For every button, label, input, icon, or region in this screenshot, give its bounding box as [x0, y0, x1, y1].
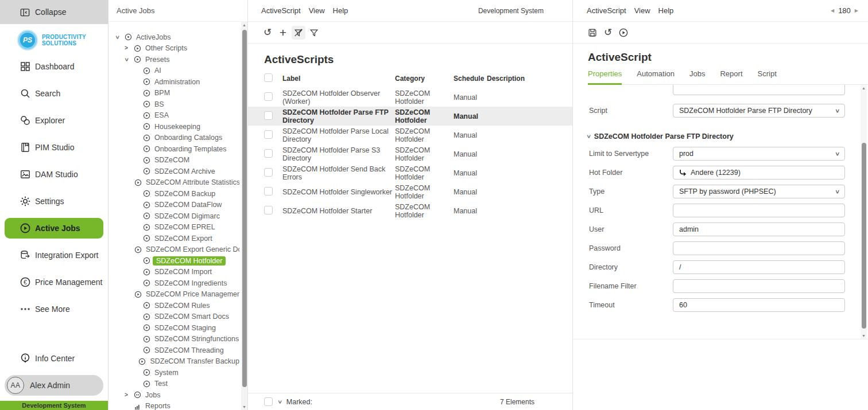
- tree-node-sdzecom-staging[interactable]: SDZeCOM Staging: [108, 322, 239, 334]
- tree-node-administration[interactable]: Administration: [108, 76, 239, 88]
- sidebar-item-dashboard[interactable]: Dashboard: [0, 53, 108, 80]
- tab-jobs[interactable]: Jobs: [689, 69, 705, 84]
- tree-node-presets[interactable]: >Presets: [108, 54, 239, 65]
- row-checkbox[interactable]: [264, 130, 273, 139]
- column-header-label[interactable]: Label: [282, 75, 395, 83]
- sidebar-item-see-more[interactable]: See More: [0, 295, 108, 322]
- menu-help[interactable]: Help: [333, 6, 348, 15]
- pager-next-icon[interactable]: ▶: [855, 8, 858, 13]
- menu-activescript[interactable]: ActiveScript: [587, 6, 626, 15]
- tree-node-sdzecom-attribute-statistics[interactable]: SDZeCOM Attribute Statistics: [108, 177, 239, 189]
- tree-node-other-scripts[interactable]: >Other Scripts: [108, 43, 239, 54]
- sidebar-item-info-center[interactable]: Info Center: [0, 345, 108, 372]
- table-row[interactable]: SDZeCOM Hotfolder Send Back ErrorsSDZeCO…: [248, 163, 572, 182]
- chevron-right-icon[interactable]: >: [125, 392, 128, 398]
- menu-help[interactable]: Help: [658, 6, 674, 15]
- tree-node-test[interactable]: Test: [108, 378, 239, 390]
- tree-node-sdzecom-backup[interactable]: SDZeCOM Backup: [108, 188, 239, 200]
- user-menu[interactable]: AA Alex Admin: [5, 375, 103, 396]
- chevron-down-icon[interactable]: >: [277, 400, 282, 404]
- tree-node-housekeeping[interactable]: Housekeeping: [108, 121, 239, 132]
- tree-node-system[interactable]: System: [108, 367, 239, 378]
- sidebar-item-pim-studio[interactable]: PIM Studio: [0, 134, 108, 161]
- clipped-field[interactable]: [673, 85, 845, 95]
- tree-node-sdzecom-smart-docs[interactable]: SDZeCOM Smart Docs: [108, 311, 239, 323]
- pager-prev-icon[interactable]: ◀: [831, 8, 834, 13]
- type-select[interactable]: SFTP by password (PHPSEC)>: [673, 185, 845, 198]
- tree-node-sdzecom-dataflow[interactable]: SDZeCOM DataFlow: [108, 200, 239, 211]
- row-checkbox[interactable]: [264, 206, 273, 214]
- menu-view[interactable]: View: [309, 6, 325, 15]
- tree-node-sdzecom-eprel[interactable]: SDZeCOM EPREL: [108, 222, 239, 233]
- table-row[interactable]: SDZeCOM Hotfolder StarterSDZeCOM Hotfold…: [248, 201, 572, 220]
- tree-node-sdzecom-stringfunctions[interactable]: SDZeCOM Stringfunctions: [108, 334, 239, 345]
- row-checkbox[interactable]: [264, 92, 273, 101]
- tab-properties[interactable]: Properties: [588, 69, 622, 85]
- tree-node-sdzecom-ingredients[interactable]: SDZeCOM Ingredients: [108, 278, 239, 289]
- hot-folder-field[interactable]: Andere (12239): [673, 166, 845, 179]
- scrollbar-thumb[interactable]: [862, 143, 866, 329]
- row-checkbox[interactable]: [264, 149, 273, 158]
- tab-automation[interactable]: Automation: [637, 69, 675, 84]
- refresh-button[interactable]: ↺: [601, 26, 615, 40]
- password-input[interactable]: [673, 241, 845, 255]
- marked-checkbox[interactable]: [264, 397, 273, 406]
- sidebar-item-price-management[interactable]: €Price Management: [0, 268, 108, 295]
- sidebar-item-explorer[interactable]: Explorer: [0, 107, 108, 134]
- tree-scrollbar[interactable]: ▲ ▼: [241, 22, 247, 410]
- form-scrollbar[interactable]: ▲ ▼: [861, 85, 867, 339]
- column-header-category[interactable]: Category: [395, 75, 454, 83]
- scroll-up-icon[interactable]: ▲: [861, 86, 867, 90]
- user-input[interactable]: admin: [673, 222, 845, 236]
- filter-button[interactable]: [307, 26, 321, 40]
- table-row[interactable]: SDZeCOM Hotfolder Observer (Worker)SDZeC…: [248, 88, 572, 107]
- sidebar-item-settings[interactable]: Settings: [0, 188, 108, 214]
- tree-node-sdzecom-transfer-backup[interactable]: SDZeCOM Transfer Backup: [108, 356, 239, 368]
- run-button[interactable]: [617, 26, 630, 40]
- section-header-sdzecom-hotfolder-parse-ftp-directory[interactable]: >SDZeCOM Hotfolder Parse FTP Directory: [587, 131, 734, 142]
- chevron-right-icon[interactable]: >: [125, 45, 128, 51]
- tree-node-sdzecom[interactable]: SDZeCOM: [108, 155, 239, 166]
- tree-node-onboarding-catalogs[interactable]: Onboarding Catalogs: [108, 132, 239, 144]
- chevron-down-icon[interactable]: >: [114, 36, 120, 39]
- tree-node-sdzecom-digimarc[interactable]: SDZeCOM Digimarc: [108, 210, 239, 222]
- tab-script[interactable]: Script: [758, 69, 777, 84]
- tree-node-ai[interactable]: AI: [108, 65, 239, 77]
- sidebar-item-integration-export[interactable]: Integration Export: [0, 241, 108, 268]
- scroll-up-icon[interactable]: ▲: [241, 23, 247, 27]
- tree-node-sdzecom-hotfolder[interactable]: SDZeCOM Hotfolder: [108, 255, 239, 267]
- tree-node-activejobs[interactable]: >ActiveJobs: [108, 32, 239, 43]
- tree-node-onboarding-templates[interactable]: Onboarding Templates: [108, 143, 239, 155]
- table-row[interactable]: SDZeCOM Hotfolder Parse FTP DirectorySDZ…: [248, 107, 572, 126]
- row-checkbox[interactable]: [264, 168, 273, 177]
- tree-node-sdzecom-import[interactable]: SDZeCOM Import: [108, 267, 239, 278]
- tree-node-sdzecom-threading[interactable]: SDZeCOM Threading: [108, 345, 239, 356]
- scrollbar-thumb[interactable]: [242, 30, 247, 387]
- timeout-input[interactable]: 60: [673, 298, 845, 312]
- tree-node-sdzecom-export[interactable]: SDZeCOM Export: [108, 233, 239, 244]
- save-button[interactable]: [586, 26, 599, 40]
- tree-node-reports[interactable]: Reports: [108, 401, 239, 410]
- column-header-description[interactable]: Description: [487, 75, 572, 83]
- tree-node-sdzecom-rules[interactable]: SDZeCOM Rules: [108, 300, 239, 311]
- column-header-schedule[interactable]: Schedule: [454, 75, 487, 83]
- row-checkbox[interactable]: [264, 187, 273, 196]
- sidebar-item-dam-studio[interactable]: DAM Studio: [0, 161, 108, 188]
- refresh-button[interactable]: ↺: [261, 26, 274, 40]
- sidebar-item-active-jobs[interactable]: Active Jobs: [5, 218, 103, 239]
- tab-report[interactable]: Report: [720, 69, 742, 84]
- tree-node-bs[interactable]: BS: [108, 99, 239, 110]
- filename-filter-input[interactable]: [673, 279, 845, 293]
- table-row[interactable]: SDZeCOM Hotfolder Parse Local DirectoryS…: [248, 126, 572, 145]
- script-select[interactable]: SDZeCOM Hotfolder Parse FTP Directory>: [673, 104, 845, 118]
- table-row[interactable]: SDZeCOM Hotfolder SingleworkerSDZeCOM Ho…: [248, 182, 572, 201]
- collapse-button[interactable]: Collapse: [0, 0, 108, 24]
- tree-node-sdzecom-archive[interactable]: SDZeCOM Archive: [108, 166, 239, 177]
- menu-activescript[interactable]: ActiveScript: [261, 6, 301, 15]
- tree-node-sdzecom-export-generic-docs[interactable]: SDZeCOM Export Generic Docs: [108, 244, 239, 256]
- scroll-down-icon[interactable]: ▼: [861, 334, 867, 338]
- directory-input[interactable]: /: [673, 260, 845, 274]
- clear-filter-button[interactable]: [292, 26, 305, 40]
- sidebar-item-search[interactable]: Search: [0, 80, 108, 107]
- row-checkbox[interactable]: [264, 111, 273, 120]
